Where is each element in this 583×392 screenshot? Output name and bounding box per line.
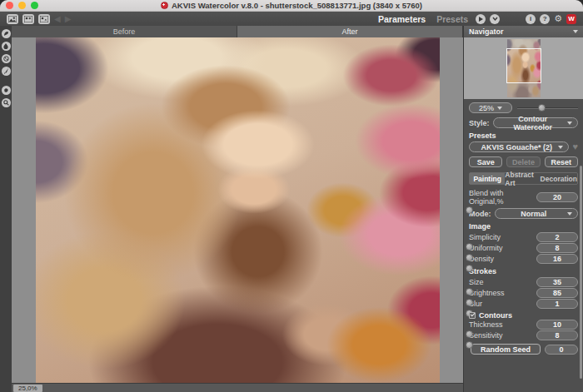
size-value[interactable]: 35 <box>536 277 578 287</box>
help-button[interactable]: ? <box>540 14 550 24</box>
thickness-label: Thickness <box>469 320 503 329</box>
blur-drop-icon <box>3 43 8 49</box>
uniformity-label: Uniformity <box>469 244 503 252</box>
history-brush-icon <box>3 56 9 62</box>
zoom-window-button[interactable] <box>31 2 38 9</box>
main-region: Before After 25,0% Navigator <box>0 26 583 392</box>
brightness-label: Brightness <box>469 289 505 297</box>
image-section-label: Image <box>464 219 583 232</box>
magnifier-icon <box>3 100 9 106</box>
akvis-logo-icon[interactable]: W <box>566 14 576 24</box>
navigator-header[interactable]: Navigator <box>464 26 583 37</box>
tab-decoration[interactable]: Decoration <box>541 173 577 184</box>
redo-arrow-icon[interactable]: ▶ <box>65 15 72 23</box>
blend-label: Blend with Original,% <box>469 189 536 206</box>
apply-icon <box>492 17 498 22</box>
navigator-thumb-area <box>464 37 583 99</box>
style-dropdown[interactable]: Contour Watercolor <box>493 117 578 128</box>
navigator-collapse-icon[interactable] <box>573 30 578 33</box>
watercolor-result-image <box>36 37 440 383</box>
style-label: Style: <box>469 119 490 127</box>
simplicity-label: Simplicity <box>469 233 501 241</box>
brush-tool-button[interactable] <box>2 67 11 76</box>
canvas-column: Before After 25,0% <box>12 26 463 392</box>
open-image-button[interactable] <box>7 14 18 24</box>
random-seed-button[interactable]: Random Seed <box>471 344 541 355</box>
density-value[interactable]: 16 <box>536 254 578 264</box>
panel-scrollbar[interactable] <box>580 166 582 379</box>
smudge-tool-icon <box>3 31 9 37</box>
brush-icon <box>3 68 9 74</box>
reset-preset-button[interactable]: Reset <box>545 156 578 167</box>
uniformity-value[interactable]: 8 <box>536 243 578 253</box>
parameters-view-button[interactable]: Parameters <box>378 14 426 24</box>
tab-painting[interactable]: Painting <box>470 173 505 184</box>
close-window-button[interactable] <box>6 2 13 9</box>
export-image-icon <box>40 16 48 22</box>
minimize-window-button[interactable] <box>18 2 26 9</box>
top-toolbar: ◀ ▶ Parameters Presets i ? ⚙ W <box>0 12 583 26</box>
status-bar: 25,0% <box>12 383 463 392</box>
tab-abstract-art[interactable]: Abstract Art <box>505 173 540 184</box>
preset-dropdown[interactable]: AKVIS Gouache* (2) <box>469 141 569 152</box>
favorite-heart-icon[interactable]: ♥ <box>572 142 578 151</box>
window-title-wrap: AKVIS Watercolor v.8.0 - shutterstock_50… <box>0 1 583 10</box>
window-title: AKVIS Watercolor v.8.0 - shutterstock_50… <box>172 1 422 10</box>
navigator-viewport-frame[interactable] <box>506 48 541 83</box>
zoom-dropdown[interactable]: 25% <box>469 102 512 113</box>
brightness-value[interactable]: 85 <box>536 288 578 298</box>
blend-value[interactable]: 20 <box>536 192 578 202</box>
history-brush-tool-button[interactable] <box>2 54 11 63</box>
blur-tool-button[interactable] <box>2 42 11 51</box>
zoom-slider[interactable] <box>517 103 578 112</box>
presets-section-label: Presets <box>464 128 583 141</box>
random-seed-value[interactable]: 0 <box>545 345 578 355</box>
presets-view-button[interactable]: Presets <box>436 14 468 24</box>
sensitivity-label: Sensitivity <box>469 331 503 340</box>
smudge-tool-button[interactable] <box>2 29 11 38</box>
mode-dropdown[interactable]: Normal <box>495 208 579 219</box>
save-image-icon <box>24 16 32 22</box>
navigator-thumbnail[interactable] <box>507 39 541 97</box>
before-after-tabs: Before After <box>12 26 463 37</box>
save-image-button[interactable] <box>22 14 34 24</box>
tool-strip <box>0 26 12 392</box>
image-canvas[interactable] <box>12 37 463 383</box>
delete-preset-button[interactable]: Delete <box>506 156 540 167</box>
open-image-icon <box>8 16 17 22</box>
save-preset-button[interactable]: Save <box>469 156 502 167</box>
blur-value[interactable]: 1 <box>536 299 578 309</box>
settings-panel: Navigator 25% Style <box>463 26 583 392</box>
undo-arrow-icon[interactable]: ◀ <box>54 15 61 23</box>
run-icon <box>478 17 483 22</box>
size-label: Size <box>469 278 484 286</box>
app-window: AKVIS Watercolor v.8.0 - shutterstock_50… <box>0 0 583 392</box>
zoom-caret-icon <box>497 107 502 110</box>
apply-button[interactable] <box>490 14 500 24</box>
zoom-tool-button[interactable] <box>2 98 11 107</box>
tab-before[interactable]: Before <box>12 26 237 37</box>
parameter-tabs: Painting Abstract Art Decoration <box>469 172 578 185</box>
run-button[interactable] <box>476 14 486 24</box>
strokes-section-label: Strokes <box>464 264 583 277</box>
thickness-value[interactable]: 10 <box>536 320 578 330</box>
app-icon <box>161 2 168 9</box>
info-button[interactable]: i <box>526 14 536 24</box>
settings-gear-icon[interactable]: ⚙ <box>554 14 562 23</box>
status-zoom-value[interactable]: 25,0% <box>13 385 42 392</box>
navigator-title: Navigator <box>469 27 504 36</box>
export-image-button[interactable] <box>38 14 50 24</box>
hand-tool-button[interactable] <box>2 86 11 95</box>
contours-section-label: Contours <box>479 311 512 320</box>
contours-checkbox[interactable] <box>469 312 476 319</box>
simplicity-value[interactable]: 2 <box>536 232 578 242</box>
hand-icon <box>3 87 9 93</box>
tab-after[interactable]: After <box>237 26 463 37</box>
titlebar: AKVIS Watercolor v.8.0 - shutterstock_50… <box>0 0 583 12</box>
sensitivity-value[interactable]: 8 <box>536 330 578 340</box>
